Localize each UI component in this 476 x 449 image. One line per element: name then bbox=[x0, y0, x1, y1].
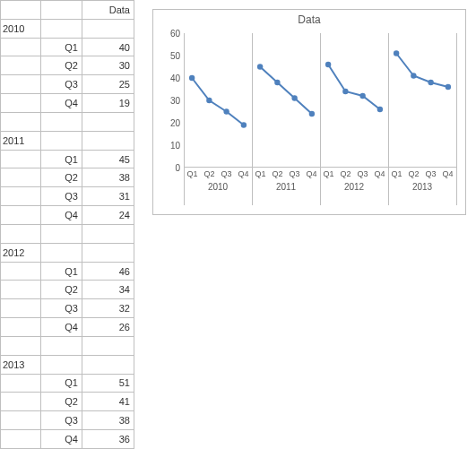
x-tick-label: Q3 bbox=[289, 169, 299, 178]
data-table: Data2010Q140Q230Q325Q4192011Q145Q238Q331… bbox=[0, 0, 134, 449]
table-row: Q140 bbox=[1, 38, 134, 56]
x-tick-label: Q2 bbox=[340, 169, 351, 178]
y-tick-label: 0 bbox=[157, 163, 180, 173]
data-marker bbox=[377, 107, 383, 112]
data-marker bbox=[241, 122, 247, 127]
y-tick-label: 60 bbox=[157, 29, 180, 39]
data-marker bbox=[394, 50, 399, 56]
y-tick-label: 50 bbox=[157, 51, 180, 61]
x-group-label: 2013 bbox=[388, 178, 456, 192]
table-row: Q325 bbox=[1, 75, 134, 94]
table-row: 2012 bbox=[1, 243, 134, 262]
table-row: Q238 bbox=[1, 168, 134, 187]
x-tick-label: Q2 bbox=[272, 169, 282, 178]
chart: Data 0102030405060Q1Q2Q3Q42010Q1Q2Q3Q420… bbox=[152, 9, 466, 215]
table-row: Q230 bbox=[1, 56, 134, 75]
data-series bbox=[396, 54, 448, 88]
data-series bbox=[328, 65, 380, 109]
data-marker bbox=[342, 89, 348, 94]
chart-title: Data bbox=[153, 10, 465, 30]
x-tick-label: Q3 bbox=[357, 169, 368, 178]
x-tick-label: Q4 bbox=[442, 169, 453, 178]
data-marker bbox=[446, 84, 451, 90]
plot-area: 0102030405060Q1Q2Q3Q42010Q1Q2Q3Q42011Q1Q… bbox=[184, 33, 456, 168]
table-row: 2011 bbox=[1, 131, 134, 150]
x-tick-label: Q3 bbox=[425, 169, 436, 178]
data-marker bbox=[325, 62, 331, 67]
x-tick-label: Q1 bbox=[255, 169, 265, 178]
x-group: Q1Q2Q3Q42012 bbox=[320, 168, 388, 192]
data-marker bbox=[257, 64, 263, 69]
table-row: Q436 bbox=[1, 430, 134, 449]
table-row: 2013 bbox=[1, 355, 134, 374]
series-layer bbox=[184, 33, 456, 168]
table-row bbox=[1, 112, 134, 131]
table-row: Q145 bbox=[1, 150, 134, 168]
data-marker bbox=[291, 95, 297, 100]
x-group-label: 2011 bbox=[252, 178, 320, 192]
x-tick-label: Q2 bbox=[203, 169, 214, 178]
y-tick-label: 40 bbox=[157, 73, 180, 83]
x-tick-label: Q1 bbox=[323, 169, 333, 178]
x-tick-label: Q4 bbox=[374, 169, 385, 178]
x-group-label: 2010 bbox=[184, 178, 252, 192]
table-row: Q151 bbox=[1, 374, 134, 393]
table-row bbox=[1, 336, 134, 355]
data-marker bbox=[189, 75, 195, 81]
table-row: 2010 bbox=[1, 19, 134, 38]
data-marker bbox=[428, 80, 433, 85]
x-group: Q1Q2Q3Q42011 bbox=[252, 168, 320, 192]
x-group: Q1Q2Q3Q42013 bbox=[388, 168, 456, 192]
table-row: Q426 bbox=[1, 318, 134, 337]
data-series bbox=[192, 78, 244, 125]
x-tick-label: Q3 bbox=[221, 169, 231, 178]
table-row: Q241 bbox=[1, 393, 134, 411]
data-marker bbox=[411, 73, 416, 78]
y-tick-label: 10 bbox=[157, 141, 180, 151]
table-row: Q234 bbox=[1, 281, 134, 299]
table-row: Q419 bbox=[1, 94, 134, 113]
table-row bbox=[1, 224, 134, 243]
table-header-cell: Data bbox=[82, 1, 134, 20]
table-header-row: Data bbox=[1, 1, 134, 20]
data-marker bbox=[309, 111, 315, 117]
table-row: Q331 bbox=[1, 187, 134, 206]
table-row: Q332 bbox=[1, 299, 134, 318]
table-row: Q424 bbox=[1, 206, 134, 225]
y-tick-label: 20 bbox=[157, 118, 180, 128]
x-group: Q1Q2Q3Q42010 bbox=[184, 168, 252, 192]
table-row: Q338 bbox=[1, 411, 134, 430]
x-tick-label: Q4 bbox=[306, 169, 316, 178]
data-marker bbox=[206, 98, 212, 103]
x-tick-label: Q1 bbox=[186, 169, 197, 178]
table-row: Q146 bbox=[1, 262, 134, 281]
x-group-label: 2012 bbox=[320, 178, 388, 192]
data-series bbox=[260, 67, 312, 115]
x-tick-label: Q1 bbox=[391, 169, 402, 178]
x-tick-label: Q2 bbox=[408, 169, 419, 178]
y-tick-label: 30 bbox=[157, 96, 180, 106]
x-tick-label: Q4 bbox=[238, 169, 248, 178]
data-marker bbox=[223, 108, 229, 114]
data-marker bbox=[274, 80, 280, 85]
data-marker bbox=[359, 93, 365, 99]
